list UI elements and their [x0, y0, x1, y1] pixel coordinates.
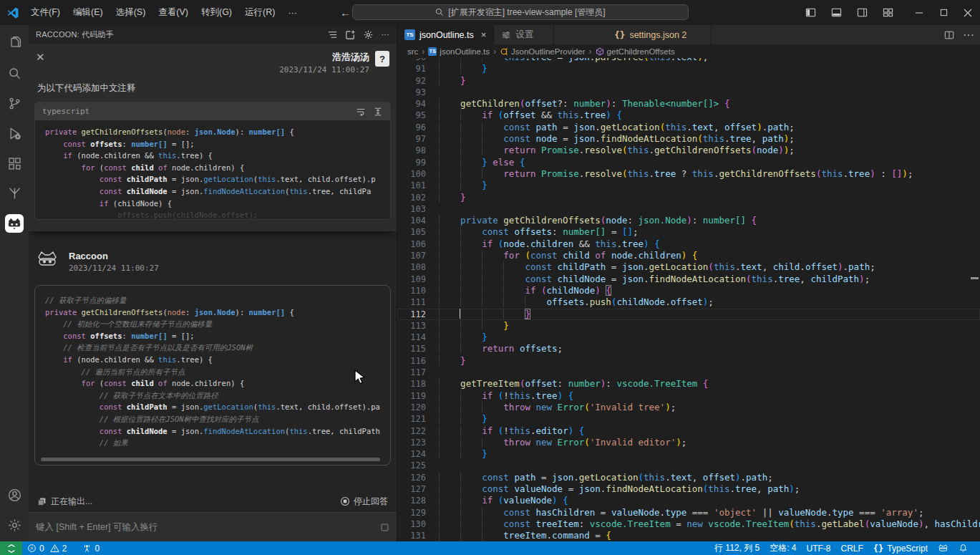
language-mode[interactable]: {}TypeScript: [868, 541, 933, 555]
code-line-99[interactable]: 99 } else {: [397, 157, 980, 168]
code-line-97[interactable]: 97 const node = json.findNodeAtLocation(…: [397, 133, 980, 145]
code-line-120[interactable]: 120 throw new Error('Invalid tree');: [397, 402, 980, 413]
customize-layout-icon[interactable]: [875, 0, 900, 25]
run-debug-icon[interactable]: [0, 118, 29, 148]
code-line-105[interactable]: 105 const offsets: number[] = [];: [397, 226, 980, 238]
tree-view-extension-icon[interactable]: [0, 178, 29, 208]
breadcrumb-file[interactable]: TSjsonOutline.ts: [428, 47, 490, 56]
code-line-108[interactable]: 108 const childPath = json.getLocation(t…: [397, 261, 980, 273]
code-line-123[interactable]: 123 throw new Error('Invalid editor');: [397, 437, 980, 448]
code-line-117[interactable]: 117: [397, 367, 980, 378]
breadcrumb-src[interactable]: src: [407, 47, 418, 56]
menu-file[interactable]: 文件(F): [25, 4, 66, 21]
code-line-111[interactable]: 111 offsets.push(childNode.offset);: [397, 296, 980, 308]
code-line-113[interactable]: 113 }: [397, 320, 980, 332]
menu-view[interactable]: 查看(V): [152, 4, 194, 21]
code-line-126[interactable]: 126 const path = json.getLocation(this.t…: [397, 472, 980, 483]
extensions-icon[interactable]: [0, 148, 29, 178]
tab-jsonoutline[interactable]: TS jsonOutline.ts ×: [397, 25, 494, 44]
eol-sequence[interactable]: CRLF: [836, 541, 868, 555]
code-line-121[interactable]: 121 }: [397, 413, 980, 425]
code-line-96[interactable]: 96 const path = json.getLocation(this.te…: [397, 122, 980, 133]
chat-scroll-area[interactable]: ✕ 浩浩汤汤 2023/11/24 11:00:27 ? 为以下代码添加中文注释…: [29, 44, 397, 491]
code-line-112[interactable]: 112 }: [397, 309, 980, 320]
horizontal-scrollbar[interactable]: [41, 458, 380, 461]
code-line-110[interactable]: 110 if (childNode) {: [397, 285, 980, 296]
toggle-secondary-sidebar-icon[interactable]: [850, 0, 874, 25]
code-line-93[interactable]: 93: [397, 87, 980, 98]
new-chat-icon[interactable]: [345, 29, 356, 40]
code-line-118[interactable]: 118 getTreeItem(offset: number): vscode.…: [397, 378, 980, 390]
notifications-bell-icon[interactable]: [954, 541, 973, 555]
code-line-95[interactable]: 95 if (offset && this.tree) {: [397, 110, 980, 121]
code-line-106[interactable]: 106 if (node.children && this.tree) {: [397, 238, 980, 250]
breadcrumb-class[interactable]: JsonOutlineProvider: [500, 47, 586, 56]
minimize-icon[interactable]: [907, 0, 931, 25]
code-line-102[interactable]: 102 }: [397, 192, 980, 203]
tab-settings[interactable]: 设置: [494, 25, 554, 44]
code-line-130[interactable]: 130 const treeItem: vscode.TreeItem = ne…: [397, 518, 980, 530]
raccoon-settings-icon[interactable]: [363, 29, 374, 40]
send-icon[interactable]: [380, 523, 389, 532]
tab-settings-json[interactable]: {} settings.json 2: [554, 25, 712, 44]
menu-selection[interactable]: 选择(S): [110, 4, 152, 21]
code-line-129[interactable]: 129 const hasChildren = valueNode.type =…: [397, 507, 980, 518]
indentation[interactable]: 空格: 4: [765, 541, 801, 555]
code-line-100[interactable]: 100 return Promise.resolve(this.tree ? t…: [397, 168, 980, 180]
raccoon-sidebar-icon[interactable]: [0, 208, 29, 238]
close-icon[interactable]: [956, 0, 980, 25]
chat-input[interactable]: [36, 522, 374, 532]
command-center-search[interactable]: [扩展开发宿主] tree-view-sample [管理员]: [352, 4, 689, 20]
raccoon-status-icon[interactable]: [933, 541, 954, 555]
code-line-127[interactable]: 127 const valueNode = json.findNodeAtLoc…: [397, 483, 980, 495]
code-line-131[interactable]: 131 treeItem.command = {: [397, 530, 980, 541]
toggle-panel-icon[interactable]: [824, 0, 848, 25]
code-editor[interactable]: 90 this.tree = json.parseTree(this.text)…: [397, 58, 980, 541]
cursor-position[interactable]: 行 112, 列 5: [709, 541, 765, 555]
code-line-107[interactable]: 107 for (const child of node.children) {: [397, 250, 980, 261]
toggle-sidebar-icon[interactable]: [798, 0, 823, 25]
code-line-98[interactable]: 98 return Promise.resolve(this.getChildr…: [397, 145, 980, 156]
more-editor-actions-icon[interactable]: ···: [963, 29, 974, 42]
menu-edit[interactable]: 编辑(E): [67, 4, 109, 21]
more-actions-icon[interactable]: ···: [381, 30, 389, 39]
breadcrumb-method[interactable]: getChildrenOffsets: [596, 47, 675, 56]
code-line-103[interactable]: 103: [397, 203, 980, 215]
code-line-101[interactable]: 101 }: [397, 180, 980, 191]
stop-answer-button[interactable]: 停止回答: [340, 496, 388, 508]
assistant-code-lines[interactable]: // 获取子节点的偏移量private getChildrenOffsets(n…: [45, 294, 390, 449]
code-line-128[interactable]: 128 if (valueNode) {: [397, 495, 980, 506]
nav-back-icon[interactable]: ←: [340, 6, 351, 19]
wrap-code-icon[interactable]: [356, 107, 366, 117]
code-line-114[interactable]: 114 }: [397, 332, 980, 343]
problems-indicator[interactable]: 0 2: [22, 541, 72, 555]
code-line-125[interactable]: 125: [397, 460, 980, 471]
menu-goto[interactable]: 转到(G): [195, 4, 238, 21]
search-sidebar-icon[interactable]: [0, 58, 29, 88]
menu-more[interactable]: ···: [282, 5, 303, 21]
maximize-icon[interactable]: [931, 0, 956, 25]
code-line-104[interactable]: 104 private getChildrenOffsets(node: jso…: [397, 215, 980, 226]
clear-history-icon[interactable]: [327, 29, 338, 40]
code-line-94[interactable]: 94 getChildren(offset?: number): Thenabl…: [397, 98, 980, 110]
split-editor-icon[interactable]: [944, 30, 954, 40]
menu-run[interactable]: 运行(R): [239, 4, 281, 21]
user-code-lines[interactable]: private getChildrenOffsets(node: json.No…: [35, 120, 390, 219]
ports-indicator[interactable]: 0: [77, 541, 105, 555]
encoding[interactable]: UTF-8: [802, 541, 836, 555]
code-line-122[interactable]: 122 if (!this.editor) {: [397, 425, 980, 437]
code-line-115[interactable]: 115 return offsets;: [397, 343, 980, 354]
code-line-124[interactable]: 124 }: [397, 448, 980, 460]
code-line-116[interactable]: 116 }: [397, 355, 980, 367]
code-line-92[interactable]: 92 }: [397, 75, 980, 87]
code-line-109[interactable]: 109 const childNode = json.findNodeAtLoc…: [397, 274, 980, 285]
account-icon[interactable]: [0, 480, 29, 510]
code-line-91[interactable]: 91 }: [397, 63, 980, 74]
explorer-icon[interactable]: [0, 28, 29, 58]
code-line-90[interactable]: 90 this.tree = json.parseTree(this.text)…: [397, 58, 980, 63]
remote-indicator[interactable]: [0, 541, 22, 555]
expand-code-icon[interactable]: [373, 107, 383, 117]
settings-gear-icon[interactable]: [0, 510, 29, 540]
code-line-119[interactable]: 119 if (!this.tree) {: [397, 390, 980, 402]
close-tab-icon[interactable]: ×: [481, 29, 487, 40]
